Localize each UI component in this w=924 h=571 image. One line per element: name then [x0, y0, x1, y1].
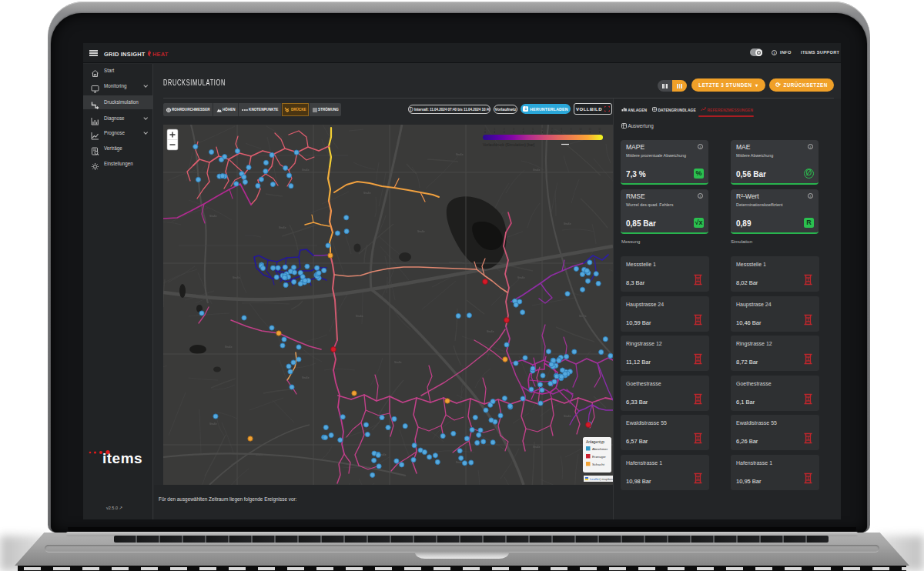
svg-text:11: 11	[589, 128, 591, 131]
svg-text:Straße: Straße	[533, 446, 541, 449]
svg-text:10: 10	[579, 128, 582, 131]
svg-text:Straße: Straße	[394, 361, 402, 364]
svg-text:Straße: Straße	[225, 346, 233, 349]
svg-text:Straße: Straße	[487, 330, 494, 333]
svg-text:Schacht: Schacht	[592, 462, 605, 466]
svg-text:Anlagentyp: Anlagentyp	[586, 440, 604, 444]
svg-text:Straße: Straße	[279, 226, 286, 229]
svg-text:Straße: Straße	[564, 222, 571, 225]
svg-text:Vorlaufdruck (Simulation) [bar: Vorlaufdruck (Simulation) [bar]	[483, 142, 535, 147]
svg-text:Straße: Straße	[417, 230, 425, 233]
svg-text:Leaflet: Leaflet	[590, 477, 600, 481]
svg-text:Straße: Straße	[363, 192, 371, 195]
svg-text:Straße: Straße	[356, 315, 363, 318]
svg-text:Straße: Straße	[209, 422, 217, 426]
svg-text:Straße: Straße	[533, 169, 541, 172]
svg-text:Straße: Straße	[564, 415, 571, 418]
svg-text:Straße: Straße	[456, 153, 464, 156]
svg-text:12: 12	[598, 128, 601, 131]
svg-text:Erzeuger: Erzeuger	[592, 455, 606, 459]
svg-text:Abnehmer: Abnehmer	[592, 447, 608, 451]
svg-text:Straße: Straße	[302, 376, 310, 379]
svg-text:Straße: Straße	[233, 276, 240, 279]
svg-text:Straße: Straße	[517, 276, 525, 279]
svg-text:Straße: Straße	[302, 169, 310, 172]
svg-text:| mapbox: | mapbox	[600, 477, 613, 481]
svg-text:Straße: Straße	[209, 215, 217, 218]
